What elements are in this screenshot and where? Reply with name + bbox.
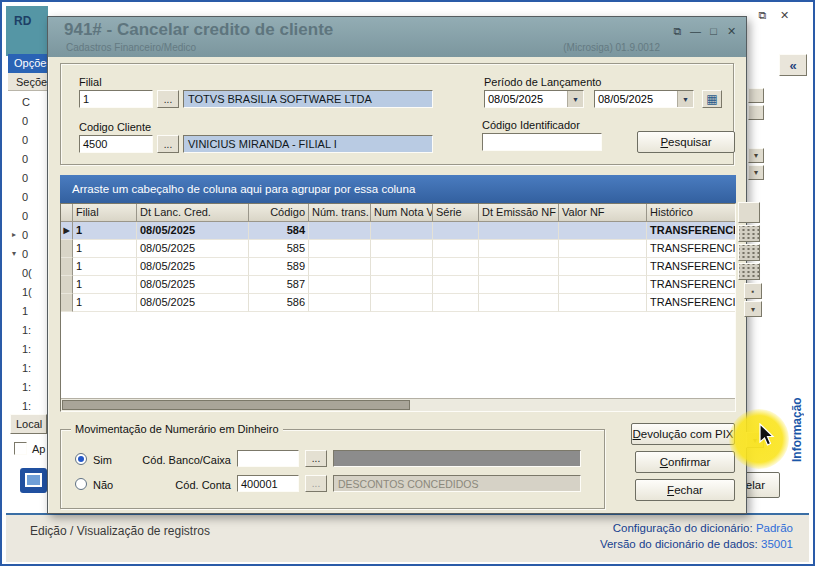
grid-cell[interactable]: 08/05/2025 [137,222,249,240]
banco-browse-button[interactable]: ... [305,450,327,467]
grid-cell[interactable] [479,222,559,240]
scroll-down-button[interactable]: ▾ [746,432,764,448]
grid-cell[interactable]: 1 [73,240,137,258]
scroll-down-button[interactable]: ▾ [748,165,764,180]
conta-input[interactable]: 400001 [237,475,299,492]
grid-cell[interactable]: 08/05/2025 [137,240,249,258]
grid-cell[interactable]: 586 [249,294,309,312]
nao-radio[interactable] [75,478,87,490]
tree-item[interactable]: 1( [8,282,47,301]
grid-cell[interactable] [479,240,559,258]
grid-cell[interactable] [371,294,433,312]
grid-cell[interactable]: TRANSFERENCIA [647,294,736,312]
periodo-from-select[interactable]: 08/05/2025 ▼ [484,90,584,108]
grid-cell[interactable] [309,276,371,294]
grid-cell[interactable]: 584 [249,222,309,240]
tree-item[interactable]: 0( [8,263,47,282]
grid-header-cell[interactable] [61,204,73,222]
sim-radio-label[interactable]: Sim [93,454,112,466]
tree-item[interactable]: 1: [8,320,47,339]
fechar-button[interactable]: Fechar [635,479,735,501]
grid-cell[interactable]: 1 [73,222,137,240]
tree-item[interactable]: 1 [8,301,47,320]
tree-item[interactable]: 1: [8,396,47,414]
grid-row[interactable]: 1 08/05/2025 585 TRANSFERENCIA [61,240,735,258]
pesquisar-button[interactable]: Pesquisar [637,131,735,153]
grid-cell[interactable] [559,240,647,258]
window-close-button[interactable]: ✕ [776,8,793,23]
dropdown-arrow-icon[interactable]: ▼ [677,91,693,107]
grid-cell[interactable]: 587 [249,276,309,294]
grid-header-cell[interactable]: Valor NF [559,204,647,222]
dict-config-value[interactable]: Padrão [756,522,793,534]
grid-cell[interactable]: 585 [249,240,309,258]
scroll-down-button[interactable]: ▾ [748,148,764,163]
filial-browse-button[interactable]: ... [157,90,179,108]
rail-button[interactable] [738,202,760,223]
grid-header-cell[interactable]: Série [433,204,479,222]
splitter-handle[interactable] [738,244,760,261]
grid-cell[interactable] [433,258,479,276]
tree-expand-icon[interactable]: ▸ [12,230,22,239]
splitter-handle[interactable] [738,263,760,280]
grid-cell[interactable] [479,258,559,276]
tree-item[interactable]: ▸0 [8,225,47,244]
dialog-titlebar[interactable]: 941# - Cancelar credito de cliente Cadas… [48,17,746,57]
grid-cell[interactable] [559,294,647,312]
splitter-handle[interactable] [738,225,760,242]
grid-header-cell[interactable]: Dt Emissão NF [479,204,559,222]
tree-item[interactable]: 0 [8,149,47,168]
grid-cell[interactable]: TRANSFERENCIA [647,276,736,294]
grid-cell[interactable] [371,258,433,276]
grid-row[interactable]: 1 08/05/2025 589 TRANSFERENCIA [61,258,735,276]
tab-opcoes[interactable]: Opções [8,54,48,73]
grid-header-cell[interactable]: Filial [73,204,137,222]
grid-row[interactable]: 1 08/05/2025 587 TRANSFERENCIA [61,276,735,294]
collapse-panel-button[interactable]: « [779,54,807,76]
tree-expand-icon[interactable]: ▾ [12,249,22,258]
rail-button[interactable] [748,88,764,103]
cliente-browse-button[interactable]: ... [157,135,179,153]
window-restore-button[interactable]: ⧉ [754,8,771,23]
tree-item[interactable]: 1: [8,377,47,396]
grid-header-cell[interactable]: Num Nota V [371,204,433,222]
grid-cell[interactable] [433,276,479,294]
grid-cell[interactable] [479,276,559,294]
application-icon[interactable] [20,468,47,493]
tree-item[interactable]: 0 [8,187,47,206]
grid-cell[interactable] [371,276,433,294]
filial-input[interactable]: 1 [79,90,153,108]
restore-icon[interactable]: ⧉ [671,24,684,38]
minimize-icon[interactable]: — [689,24,702,38]
grid-cell[interactable]: 589 [249,258,309,276]
grid-cell[interactable]: 1 [73,294,137,312]
grid-header-cell[interactable]: Núm. trans. [309,204,371,222]
calendar-button[interactable]: ▦ [702,90,722,108]
grid-cell[interactable]: 1 [73,276,137,294]
tree-item[interactable]: ▾0 [8,244,47,263]
grid-cell[interactable] [433,240,479,258]
grid-cell[interactable]: 08/05/2025 [137,276,249,294]
sim-radio[interactable] [75,453,87,465]
grid-cell[interactable] [309,222,371,240]
grid-cell[interactable] [559,222,647,240]
banco-input[interactable] [237,450,299,467]
scrollbar-thumb[interactable] [62,400,410,410]
grid-cell[interactable] [433,294,479,312]
approve-checkbox[interactable] [14,442,27,455]
rail-button[interactable] [748,105,764,120]
grid-cell[interactable]: 08/05/2025 [137,294,249,312]
maximize-icon[interactable]: □ [707,24,720,38]
grid-header-cell[interactable]: Dt Lanc. Cred. [137,204,249,222]
grid-cell[interactable]: 1 [73,258,137,276]
grid-cell[interactable]: TRANSFERENCIA [647,222,736,240]
identificador-input[interactable] [482,133,602,151]
grid-cell[interactable] [559,276,647,294]
rail-button[interactable]: ▪ [744,283,762,299]
grid-header-cell[interactable]: Histórico [647,204,736,222]
dropdown-arrow-icon[interactable]: ▼ [567,91,583,107]
grid-cell[interactable] [433,222,479,240]
grid-cell[interactable]: TRANSFERENCIA [647,240,736,258]
grid-cell[interactable] [371,222,433,240]
nao-radio-label[interactable]: Não [93,479,113,491]
